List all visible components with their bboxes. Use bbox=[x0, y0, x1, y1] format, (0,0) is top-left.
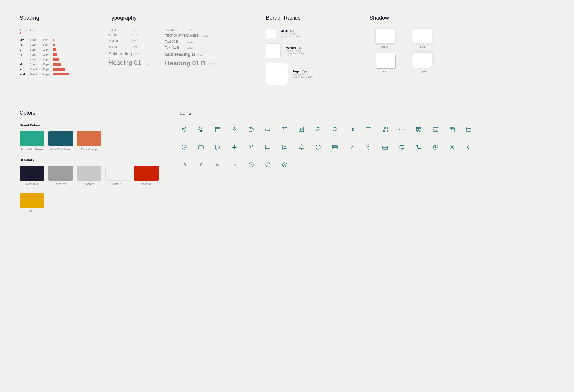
arrow-right-icon bbox=[178, 159, 190, 171]
swatch-box-negative bbox=[134, 166, 159, 181]
svg-point-50 bbox=[284, 146, 284, 147]
svg-rect-44 bbox=[199, 146, 204, 149]
typography-col1: Text N2 10/16 Text N1 12/18 Text 00 14/2… bbox=[108, 29, 150, 67]
typo-01b: Text 01 B 16/24 bbox=[165, 46, 215, 49]
close-icon bbox=[446, 141, 458, 153]
swatch-box-light-text bbox=[48, 166, 73, 181]
ticket-icon bbox=[396, 123, 408, 135]
chat-bubble-icon bbox=[279, 141, 290, 153]
svg-point-2 bbox=[201, 129, 201, 130]
parking-icon bbox=[295, 123, 307, 135]
spacing-row-xl: xl 8 unit 32 px bbox=[20, 63, 89, 66]
typo-00b: Text 00 B 14/20 bbox=[165, 40, 215, 43]
settings-icon bbox=[363, 141, 374, 153]
spacing-row-m: m 4 unit 16 px bbox=[20, 53, 89, 56]
briefcase-icon bbox=[379, 141, 391, 153]
typo-n1b: Text N1 B 12/18 bbox=[165, 29, 215, 32]
typography-title: Typography bbox=[108, 15, 246, 21]
swatch-main-green: Moov Main Green bbox=[20, 131, 44, 151]
swatch-box-alert bbox=[20, 193, 44, 207]
spacing-row-xs: xs 2 unit 8 px bbox=[20, 43, 89, 46]
svg-line-67 bbox=[433, 145, 434, 146]
ui-swatches: Main Text Light Text Disabled Soft BG Ne… bbox=[20, 166, 159, 186]
bell-icon bbox=[295, 141, 307, 153]
svg-point-52 bbox=[285, 146, 286, 147]
spacing-row-l: l 6 unit 24 px bbox=[20, 58, 89, 61]
walking-icon bbox=[228, 123, 240, 135]
typo-subb: Subheading B 20/28 bbox=[165, 52, 215, 57]
card-icon bbox=[363, 123, 374, 135]
typo-n1: Text N1 12/18 bbox=[108, 34, 150, 37]
video-icon bbox=[346, 123, 358, 135]
svg-rect-19 bbox=[366, 128, 371, 131]
svg-point-49 bbox=[252, 146, 253, 147]
svg-text:?: ? bbox=[351, 145, 353, 149]
spacing-rows: xxs 1 unit 4 px xs 2 unit 8 px s 3 unit … bbox=[20, 38, 89, 76]
icon-grid: ? bbox=[178, 123, 554, 171]
swatch-box-soft-bg bbox=[105, 166, 130, 181]
spacing-bar-xl bbox=[53, 63, 61, 66]
typo-00ub: TEXT 00 UPPERCASE B 14/20 bbox=[165, 34, 215, 37]
clock-icon bbox=[178, 141, 190, 153]
brand-colors-title: Brand Colors bbox=[20, 123, 159, 127]
swatch-light-text: Light Text bbox=[48, 166, 73, 186]
id-card-icon bbox=[329, 141, 341, 153]
spacing-row-xxxl: xxxl 16 unit 64 px bbox=[20, 73, 89, 76]
br-small-box bbox=[266, 29, 276, 38]
swatch-negative: Negative bbox=[134, 166, 159, 186]
svg-point-57 bbox=[333, 147, 335, 148]
svg-marker-18 bbox=[353, 128, 354, 131]
spacing-row-xxl: xxl 12 unit 48 px bbox=[20, 68, 89, 71]
svg-point-48 bbox=[250, 145, 251, 147]
chevron-left-icon bbox=[195, 159, 207, 171]
panorama-icon bbox=[430, 123, 441, 135]
shadow-soft: Soft bbox=[406, 29, 438, 48]
svg-point-51 bbox=[285, 146, 285, 147]
shadow-grid: Button Soft Hard Upper bbox=[369, 29, 438, 73]
group-icon bbox=[245, 141, 257, 153]
svg-rect-62 bbox=[383, 146, 388, 149]
spacing-section: Spacing 1 unit = 4 px xxs 1 unit 4 px xs… bbox=[20, 15, 89, 90]
page: Spacing 1 unit = 4 px xxs 1 unit 4 px xs… bbox=[0, 0, 574, 392]
svg-rect-17 bbox=[349, 128, 353, 131]
credit-card-icon bbox=[195, 141, 207, 153]
typo-n2: Text N2 10/16 bbox=[108, 29, 150, 32]
ui-swatches-2: Alert bbox=[20, 193, 159, 212]
spacing-row-s: s 3 unit 12 px bbox=[20, 48, 89, 51]
brand-swatches: Moov Main Green Moov Dark Green Moov Ora… bbox=[20, 131, 159, 151]
map-pin-icon bbox=[463, 123, 475, 135]
typo-01: Text 01 16/24 bbox=[108, 45, 150, 49]
svg-rect-26 bbox=[383, 130, 384, 131]
checkmark-circle-icon bbox=[245, 159, 257, 171]
svg-line-16 bbox=[336, 131, 338, 132]
svg-line-68 bbox=[437, 145, 438, 146]
shadow-box-soft bbox=[412, 29, 432, 43]
swatch-soft-bg: Soft BG bbox=[105, 166, 130, 186]
typo-h01b: Heading 01 B 24/32 bbox=[165, 59, 215, 67]
typography-col2: Text N1 B 12/18 TEXT 00 UPPERCASE B 14/2… bbox=[165, 29, 215, 67]
colors-section: Colors Brand Colors Moov Main Green Moov… bbox=[20, 110, 159, 220]
icons-title: Icons bbox=[178, 110, 554, 116]
svg-point-14 bbox=[317, 127, 319, 129]
alarm-icon bbox=[430, 141, 441, 153]
br-medium: medium 8px width or heightbigger then 64… bbox=[266, 43, 350, 58]
svg-point-35 bbox=[417, 131, 418, 131]
chevron-down-icon bbox=[212, 159, 224, 171]
arrow-left-icon bbox=[463, 141, 475, 153]
target-icon bbox=[195, 123, 207, 135]
svg-line-78 bbox=[284, 164, 286, 166]
border-radius-section: Border Radius small 4px width or heights… bbox=[266, 15, 350, 90]
typo-00: Text 00 14/20 bbox=[108, 39, 150, 43]
svg-rect-24 bbox=[383, 128, 384, 128]
border-radius-title: Border Radius bbox=[266, 15, 350, 21]
typo-h01: Heading 01 24/32 bbox=[108, 59, 150, 67]
bottom-section: Colors Brand Colors Moov Main Green Moov… bbox=[20, 110, 554, 220]
chevron-up-icon bbox=[228, 159, 240, 171]
svg-point-36 bbox=[419, 131, 420, 131]
spacing-bar-s bbox=[53, 48, 56, 51]
spacing-unit-label: 1 unit = 4 px bbox=[20, 29, 89, 35]
swatch-box-dark-green bbox=[48, 131, 73, 146]
spacing-bar-xxxl bbox=[53, 73, 69, 75]
spacing-title: Spacing bbox=[20, 15, 89, 21]
location-pin-icon bbox=[178, 123, 190, 135]
